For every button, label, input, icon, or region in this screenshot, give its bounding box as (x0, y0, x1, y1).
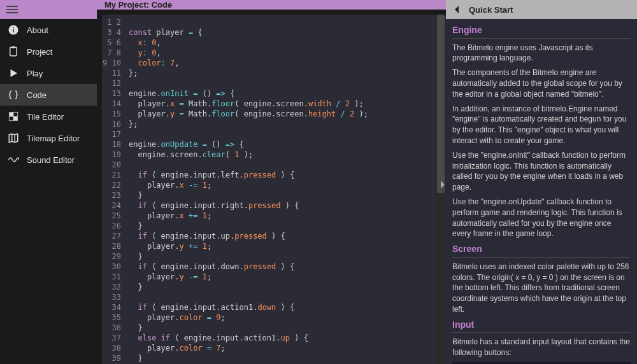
svg-rect-8 (9, 116, 13, 121)
doc-heading: Screen (452, 243, 631, 258)
clipboard-icon (8, 46, 19, 57)
sidebar-item-label: Code (27, 90, 47, 100)
sidebar-item-code[interactable]: Code (0, 84, 97, 106)
sidebar-item-tile-editor[interactable]: Tile Editor (0, 106, 97, 127)
sidebar-item-label: Project (27, 47, 52, 57)
doc-body[interactable]: EngineThe Bitmelo engine uses Javascript… (446, 19, 637, 364)
sidebar-item-tilemap-editor[interactable]: Tilemap Editor (0, 127, 97, 149)
doc-header: Quick Start (446, 0, 637, 19)
map-icon (8, 132, 19, 144)
wave-icon (8, 154, 19, 165)
sidebar: AboutProjectPlayCodeTile EditorTilemap E… (0, 0, 97, 364)
play-icon (8, 67, 19, 79)
sidebar-item-label: About (27, 25, 48, 35)
title-bar: My Project: Code (97, 0, 446, 10)
svg-rect-4 (12, 46, 15, 48)
doc-heading: Engine (452, 24, 631, 39)
doc-paragraph: The components of the Bitmelo engine are… (452, 67, 631, 99)
svg-rect-5 (9, 112, 13, 116)
sidebar-item-project[interactable]: Project (0, 41, 97, 62)
sidebar-item-label: Play (27, 69, 43, 78)
scrollbar-thumb[interactable] (437, 15, 445, 193)
doc-paragraph: Use the "engine.onInit" callback functio… (452, 150, 631, 193)
code-lines[interactable]: const player = { x: 0, y: 0, color: 7, }… (125, 15, 436, 364)
doc-paragraph: Bitmelo uses an indexed color palette wi… (452, 262, 631, 315)
doc-panel: Quick Start EngineThe Bitmelo engine use… (446, 0, 637, 364)
checker-icon (8, 111, 19, 122)
svg-rect-7 (13, 112, 18, 116)
doc-paragraph: Bitmelo has a standard input layout that… (452, 337, 631, 358)
hamburger-icon (6, 6, 18, 13)
sidebar-item-label: Tile Editor (27, 112, 64, 122)
svg-rect-3 (10, 47, 17, 56)
project-title: My Project: Code (104, 0, 172, 10)
hamburger-menu[interactable] (0, 0, 97, 19)
sidebar-item-sound-editor[interactable]: Sound Editor (0, 149, 97, 171)
doc-heading: Input (452, 319, 631, 333)
svg-rect-6 (13, 116, 18, 121)
doc-title: Quick Start (469, 5, 513, 15)
sidebar-item-about[interactable]: About (0, 19, 97, 41)
code-gutter: 1 2 3 4 5 6 7 8 9 10 11 12 13 14 15 16 1… (102, 15, 125, 364)
code-editor[interactable]: 1 2 3 4 5 6 7 8 9 10 11 12 13 14 15 16 1… (102, 15, 446, 364)
info-icon (8, 24, 19, 36)
doc-paragraph: Use the "engine.onUpdate" callback funct… (452, 197, 631, 239)
sidebar-item-label: Sound Editor (27, 155, 75, 165)
svg-rect-2 (13, 27, 14, 29)
sidebar-item-label: Tilemap Editor (27, 134, 80, 143)
chevron-right-icon (440, 180, 446, 189)
svg-rect-1 (13, 29, 14, 32)
collapse-panel-button[interactable] (438, 178, 447, 191)
braces-icon (8, 89, 19, 101)
back-arrow-icon[interactable] (452, 5, 461, 14)
doc-paragraph: In addition, an instance of bitmelo.Engi… (452, 104, 631, 146)
doc-paragraph: The Bitmelo engine uses Javascript as it… (452, 43, 631, 64)
sidebar-item-play[interactable]: Play (0, 62, 97, 84)
